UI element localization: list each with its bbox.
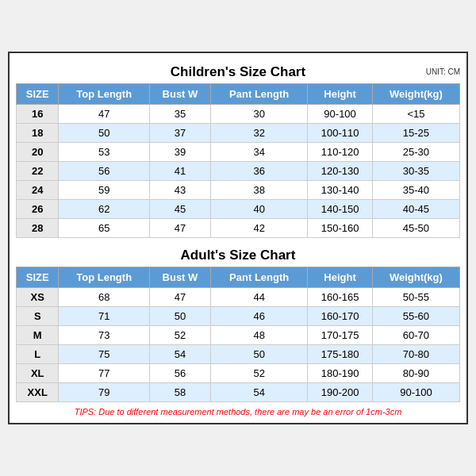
column-header: Bust W [149,267,210,288]
table-row: 20533934110-12025-30 [17,143,460,162]
table-cell: 35-40 [372,181,459,200]
table-cell: 41 [149,162,210,181]
column-header: Bust W [149,84,210,105]
table-cell: 140-150 [308,200,373,219]
table-cell: 53 [59,143,149,162]
table-cell: 36 [211,162,308,181]
table-cell: 80-90 [372,364,459,383]
table-cell: XL [17,364,59,383]
column-header: Pant Length [211,267,308,288]
table-cell: 43 [149,181,210,200]
table-cell: 45 [149,200,210,219]
table-cell: 55-60 [372,307,459,326]
column-header: Height [308,267,373,288]
table-cell: 60-70 [372,326,459,345]
table-row: 24594338130-14035-40 [17,181,460,200]
table-row: 26624540140-15040-45 [17,200,460,219]
table-cell: 52 [211,364,308,383]
table-row: M735248170-17560-70 [17,326,460,345]
table-row: XS684744160-16550-55 [17,288,460,307]
table-cell: 110-120 [308,143,373,162]
column-header: Height [308,84,373,105]
table-cell: 160-170 [308,307,373,326]
adults-header-row: SIZETop LengthBust WPant LengthHeightWei… [17,267,460,288]
column-header: Weight(kg) [372,267,459,288]
table-row: XXL795854190-20090-100 [17,383,460,402]
table-cell: 18 [17,124,59,143]
table-cell: 50 [211,345,308,364]
table-cell: 47 [149,288,210,307]
table-cell: 90-100 [372,383,459,402]
table-cell: 68 [59,288,149,307]
table-cell: 50 [59,124,149,143]
table-cell: 170-175 [308,326,373,345]
column-header: Top Length [59,84,149,105]
table-cell: 39 [149,143,210,162]
column-header: Pant Length [211,84,308,105]
table-cell: 20 [17,143,59,162]
table-cell: L [17,345,59,364]
table-row: 1647353090-100<15 [17,105,460,124]
table-cell: 25-30 [372,143,459,162]
table-cell: 35 [149,105,210,124]
table-row: XL775652180-19080-90 [17,364,460,383]
chart-container: Children's Size Chart UNIT: CM SIZETop L… [8,52,468,424]
table-cell: 24 [17,181,59,200]
adults-table: SIZETop LengthBust WPant LengthHeightWei… [16,267,460,402]
table-cell: 30-35 [372,162,459,181]
table-cell: XXL [17,383,59,402]
table-cell: 16 [17,105,59,124]
table-cell: 62 [59,200,149,219]
table-cell: 90-100 [308,105,373,124]
table-cell: <15 [372,105,459,124]
table-cell: 46 [211,307,308,326]
table-cell: S [17,307,59,326]
table-cell: 100-110 [308,124,373,143]
table-cell: 44 [211,288,308,307]
adults-title-row: Adult's Size Chart [16,243,460,267]
table-row: 18503732100-11015-25 [17,124,460,143]
table-cell: M [17,326,59,345]
table-cell: 22 [17,162,59,181]
table-cell: 45-50 [372,219,459,238]
table-cell: 34 [211,143,308,162]
table-cell: 15-25 [372,124,459,143]
table-cell: 48 [211,326,308,345]
table-cell: 73 [59,326,149,345]
table-cell: 71 [59,307,149,326]
tips-text: TIPS: Due to different measurement metho… [16,407,460,416]
table-cell: 30 [211,105,308,124]
table-cell: 77 [59,364,149,383]
table-row: L755450175-18070-80 [17,345,460,364]
children-title-row: Children's Size Chart UNIT: CM [16,60,460,83]
table-cell: 47 [149,219,210,238]
table-cell: 42 [211,219,308,238]
table-cell: 180-190 [308,364,373,383]
table-cell: 38 [211,181,308,200]
table-cell: 26 [17,200,59,219]
column-header: SIZE [17,84,59,105]
table-cell: 40 [211,200,308,219]
table-cell: 32 [211,124,308,143]
table-row: S715046160-17055-60 [17,307,460,326]
table-cell: 65 [59,219,149,238]
table-cell: 50 [149,307,210,326]
table-cell: 58 [149,383,210,402]
table-cell: 50-55 [372,288,459,307]
table-cell: 28 [17,219,59,238]
table-cell: 130-140 [308,181,373,200]
table-cell: 37 [149,124,210,143]
table-cell: 160-165 [308,288,373,307]
column-header: SIZE [17,267,59,288]
children-table: SIZETop LengthBust WPant LengthHeightWei… [16,83,460,238]
table-cell: 120-130 [308,162,373,181]
table-row: 28654742150-16045-50 [17,219,460,238]
unit-label: UNIT: CM [426,67,460,76]
table-row: 22564136120-13030-35 [17,162,460,181]
table-cell: 190-200 [308,383,373,402]
adults-title: Adult's Size Chart [181,248,296,263]
table-cell: XS [17,288,59,307]
table-cell: 175-180 [308,345,373,364]
table-cell: 75 [59,345,149,364]
column-header: Weight(kg) [372,84,459,105]
